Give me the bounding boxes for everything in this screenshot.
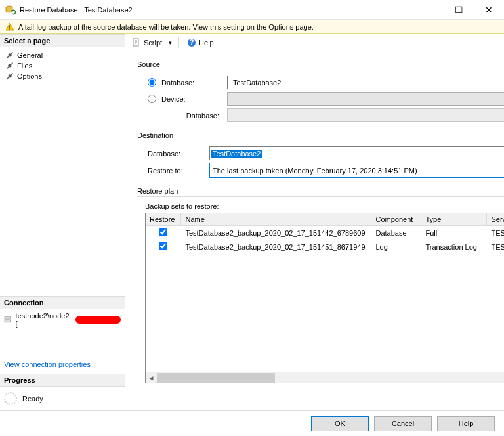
script-dropdown[interactable]: ▾	[167, 38, 173, 47]
destination-database-combo[interactable]: TestDatabase2 ▾	[209, 146, 504, 160]
help-toolbar-button[interactable]: ? Help	[184, 37, 217, 49]
info-bar-text: A tail-log backup of the source database…	[18, 23, 314, 31]
help-button[interactable]: Help	[437, 416, 495, 431]
connection-header: Connection	[0, 296, 125, 309]
restore-checkbox[interactable]	[159, 242, 167, 250]
scroll-left-arrow[interactable]: ◄	[146, 372, 157, 383]
content-panel: Script ▾ ? Help Source Database:	[125, 34, 504, 410]
warning-icon	[5, 22, 14, 32]
source-device-path	[227, 92, 504, 106]
chevron-down-icon: ▾	[169, 39, 172, 46]
script-icon	[132, 38, 141, 47]
col-component[interactable]: Component	[371, 213, 421, 226]
progress-spinner-idle	[4, 392, 17, 405]
destination-group: Destination Database: TestDatabase2 ▾ Re…	[137, 131, 504, 181]
connection-value-row: testnode2\node2 [	[0, 309, 125, 330]
page-files[interactable]: Files	[0, 60, 125, 71]
wrench-icon	[7, 73, 13, 79]
source-database-select[interactable]: TestDatabase2	[227, 76, 504, 89]
col-name[interactable]: Name	[181, 213, 371, 226]
info-bar: A tail-log backup of the source database…	[0, 20, 504, 34]
restore-db-icon	[5, 5, 16, 15]
dialog-button-bar: OK Cancel Help	[0, 410, 504, 436]
svg-rect-3	[5, 316, 11, 319]
maximize-button[interactable]: ☐	[444, 0, 474, 19]
progress-status: Ready	[22, 395, 43, 403]
source-device-db-label: Database:	[161, 112, 222, 120]
restore-to-label: Restore to:	[148, 167, 204, 175]
restore-to-field[interactable]: The last backup taken (Monday, February …	[209, 163, 504, 178]
help-icon: ?	[187, 38, 196, 47]
left-nav-panel: Select a page General Files Options Conn…	[0, 34, 125, 410]
source-device-label: Device:	[161, 95, 222, 103]
page-general[interactable]: General	[0, 50, 125, 60]
cancel-button[interactable]: Cancel	[374, 416, 432, 431]
backup-sets-grid[interactable]: Restore Name Component Type Server TestD…	[145, 213, 504, 383]
horizontal-scrollbar[interactable]: ◄ ►	[146, 372, 504, 383]
select-page-header: Select a page	[0, 34, 125, 47]
close-window-button[interactable]: ✕	[474, 0, 504, 19]
col-server[interactable]: Server	[487, 213, 504, 226]
source-device-radio[interactable]	[148, 95, 156, 103]
destination-database-label: Database:	[148, 150, 204, 158]
titlebar: Restore Database - TestDatabase2 — ☐ ✕	[0, 0, 504, 20]
svg-rect-1	[9, 25, 10, 28]
source-database-label: Database:	[161, 79, 222, 87]
table-row[interactable]: TestDatabase2_backup_2020_02_17_151451_8…	[146, 240, 504, 253]
wrench-icon	[7, 62, 13, 69]
restore-plan-group: Restore plan Backup sets to restore: Res…	[137, 187, 504, 383]
restore-plan-subtitle: Backup sets to restore:	[145, 202, 504, 210]
source-group: Source Database: TestDatabase2 Device: .…	[137, 60, 504, 125]
page-options[interactable]: Options	[0, 71, 125, 81]
scroll-thumb[interactable]	[157, 373, 275, 383]
view-connection-properties-link[interactable]: View connection properties	[0, 357, 94, 372]
progress-row: Ready	[0, 387, 125, 410]
minimize-button[interactable]: —	[413, 0, 444, 19]
window-title: Restore Database - TestDatabase2	[20, 6, 413, 14]
script-button[interactable]: Script	[129, 37, 165, 49]
progress-header: Progress	[0, 374, 125, 387]
svg-rect-2	[9, 28, 10, 29]
col-type[interactable]: Type	[421, 213, 487, 226]
col-restore[interactable]: Restore	[146, 213, 181, 226]
wrench-icon	[7, 52, 13, 58]
server-icon	[4, 316, 12, 324]
source-device-db-select	[227, 108, 504, 122]
svg-rect-4	[5, 320, 11, 322]
svg-rect-5	[133, 39, 138, 46]
table-row[interactable]: TestDatabase2_backup_2020_02_17_151442_6…	[146, 226, 504, 240]
redacted-mark	[75, 316, 121, 324]
svg-text:?: ?	[190, 38, 194, 46]
restore-checkbox[interactable]	[159, 228, 167, 236]
source-database-radio[interactable]	[148, 78, 156, 87]
ok-button[interactable]: OK	[311, 416, 369, 431]
